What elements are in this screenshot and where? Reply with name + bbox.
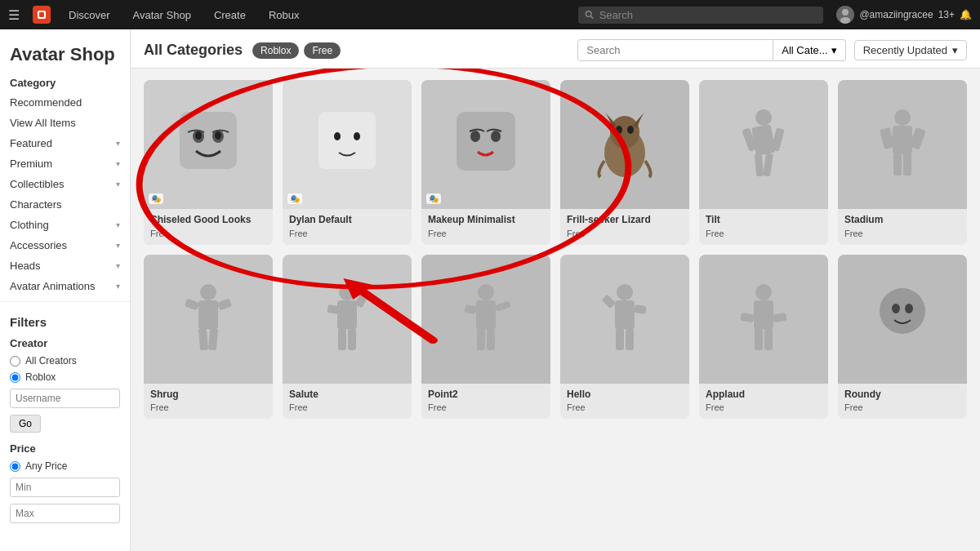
item-card-point2[interactable]: Point2 Free bbox=[421, 255, 550, 420]
item-name: Point2 bbox=[428, 389, 544, 402]
svg-rect-25 bbox=[755, 153, 764, 177]
sidebar-item-view-all[interactable]: View All Items bbox=[0, 113, 130, 133]
item-card-frill-seeker-lizard[interactable]: Frill-seeker Lizard Free bbox=[560, 80, 689, 245]
svg-rect-11 bbox=[318, 112, 376, 169]
svg-rect-43 bbox=[338, 328, 346, 350]
sidebar-divider bbox=[0, 301, 130, 302]
item-type-icon: 🎭 bbox=[287, 193, 302, 204]
svg-line-3 bbox=[590, 16, 593, 18]
topbar-search-input[interactable] bbox=[599, 9, 817, 21]
item-thumbnail bbox=[838, 80, 967, 209]
item-info: Chiseled Good Looks Free bbox=[144, 209, 273, 245]
item-card-salute[interactable]: Salute Free bbox=[283, 255, 412, 420]
sidebar-item-clothing[interactable]: Clothing ▾ bbox=[0, 215, 130, 235]
item-thumbnail bbox=[421, 255, 550, 384]
item-card-applaud[interactable]: Applaud Free bbox=[699, 255, 828, 420]
sidebar-item-avatar-animations[interactable]: Avatar Animations ▾ bbox=[0, 276, 130, 296]
content-search-input[interactable] bbox=[577, 39, 773, 61]
username-input[interactable] bbox=[10, 389, 120, 408]
roblox-radio-input[interactable] bbox=[10, 372, 20, 383]
item-info: Point2 Free bbox=[421, 384, 550, 420]
item-price: Free bbox=[567, 402, 683, 412]
filter-tag-roblox[interactable]: Roblox bbox=[252, 42, 299, 59]
nav-robux[interactable]: Robux bbox=[264, 6, 305, 24]
item-price: Free bbox=[150, 402, 266, 412]
svg-rect-32 bbox=[903, 153, 911, 176]
item-price: Free bbox=[289, 229, 405, 238]
item-type-icon: 🎭 bbox=[149, 193, 163, 204]
notification-icon[interactable]: 🔔 bbox=[960, 9, 972, 20]
svg-rect-59 bbox=[740, 312, 754, 322]
svg-point-19 bbox=[616, 126, 622, 134]
page-title: Avatar Shop bbox=[0, 38, 130, 70]
item-name: Tilt bbox=[706, 214, 822, 227]
svg-point-63 bbox=[880, 288, 925, 334]
all-creators-radio-input[interactable] bbox=[10, 356, 20, 367]
sidebar-item-heads[interactable]: Heads ▾ bbox=[0, 256, 130, 276]
svg-rect-46 bbox=[476, 300, 496, 329]
nav-avatar-shop[interactable]: Avatar Shop bbox=[128, 6, 196, 24]
item-price: Free bbox=[150, 229, 266, 238]
item-thumbnail bbox=[560, 80, 689, 209]
svg-point-10 bbox=[215, 131, 221, 140]
silhouette-tilt-icon bbox=[731, 108, 796, 181]
svg-rect-38 bbox=[208, 327, 218, 350]
filter-tag-free[interactable]: Free bbox=[304, 42, 341, 59]
topbar-search-icon bbox=[585, 10, 594, 20]
sidebar-item-featured[interactable]: Featured ▾ bbox=[0, 133, 130, 153]
item-card-roundy[interactable]: Roundy Free bbox=[838, 255, 967, 420]
item-card-hello[interactable]: Hello Free bbox=[560, 255, 689, 420]
item-name: Roundy bbox=[844, 389, 960, 402]
item-price: Free bbox=[706, 229, 822, 238]
avatar-image bbox=[836, 6, 854, 24]
sidebar-item-collectibles[interactable]: Collectibles ▾ bbox=[0, 174, 130, 194]
nav-create[interactable]: Create bbox=[209, 6, 251, 24]
nav-discover[interactable]: Discover bbox=[64, 6, 115, 24]
svg-point-45 bbox=[478, 284, 494, 300]
age-label: 13+ bbox=[938, 9, 955, 20]
round-face-icon bbox=[870, 282, 935, 356]
roblox-logo[interactable] bbox=[33, 6, 51, 24]
item-card-stadium[interactable]: Stadium Free bbox=[838, 80, 967, 245]
user-avatar[interactable]: @amaziingracee 13+ 🔔 bbox=[836, 6, 972, 24]
any-price-radio[interactable]: Any Price bbox=[0, 458, 130, 474]
item-name: Salute bbox=[289, 389, 405, 402]
sort-dropdown[interactable]: Recently Updated ▾ bbox=[854, 40, 967, 60]
svg-rect-35 bbox=[185, 298, 199, 310]
item-card-makeup-minimalist[interactable]: 🎭 Makeup Minimalist Free bbox=[421, 80, 550, 245]
menu-icon[interactable]: ☰ bbox=[8, 7, 20, 23]
price-title: Price bbox=[0, 436, 130, 458]
item-info: Salute Free bbox=[283, 384, 412, 420]
item-card-shrug[interactable]: Shrug Free bbox=[144, 255, 273, 420]
item-info: Tilt Free bbox=[699, 209, 828, 245]
item-card-dylan-default[interactable]: 🎭 Dylan Default Free bbox=[283, 80, 412, 245]
sidebar-item-characters[interactable]: Characters bbox=[0, 194, 130, 215]
item-price: Free bbox=[844, 229, 960, 238]
item-name: Makeup Minimalist bbox=[428, 214, 544, 227]
item-name: Dylan Default bbox=[289, 214, 405, 227]
item-card-chiseled-good-looks[interactable]: 🎭 Chiseled Good Looks Free bbox=[144, 80, 273, 245]
chevron-down-icon: ▾ bbox=[116, 261, 120, 270]
item-card-tilt[interactable]: Tilt Free bbox=[699, 80, 828, 245]
sidebar-item-accessories[interactable]: Accessories ▾ bbox=[0, 235, 130, 256]
min-price-input[interactable] bbox=[10, 478, 120, 497]
topbar: ☰ Discover Avatar Shop Create Robux @ama… bbox=[0, 0, 980, 29]
item-info: Shrug Free bbox=[144, 384, 273, 420]
chevron-down-icon: ▾ bbox=[831, 44, 837, 56]
go-button[interactable]: Go bbox=[10, 415, 41, 433]
svg-rect-50 bbox=[487, 328, 495, 350]
svg-rect-49 bbox=[477, 328, 485, 350]
any-price-radio-input[interactable] bbox=[10, 461, 20, 472]
svg-rect-56 bbox=[626, 328, 634, 350]
silhouette-shrug-icon bbox=[176, 282, 241, 356]
max-price-input[interactable] bbox=[10, 504, 120, 523]
all-categories-button[interactable]: All Cate... ▾ bbox=[773, 39, 845, 61]
sidebar-item-recommended[interactable]: Recommended bbox=[0, 92, 130, 113]
item-info: Applaud Free bbox=[699, 384, 828, 420]
roblox-radio[interactable]: Roblox bbox=[0, 369, 130, 385]
item-price: Free bbox=[428, 402, 544, 412]
all-creators-radio[interactable]: All Creators bbox=[0, 353, 130, 369]
sidebar-item-premium[interactable]: Premium ▾ bbox=[0, 153, 130, 174]
svg-point-64 bbox=[892, 304, 900, 313]
content-header: All Categories Roblox Free All Cate... ▾ bbox=[131, 29, 980, 69]
